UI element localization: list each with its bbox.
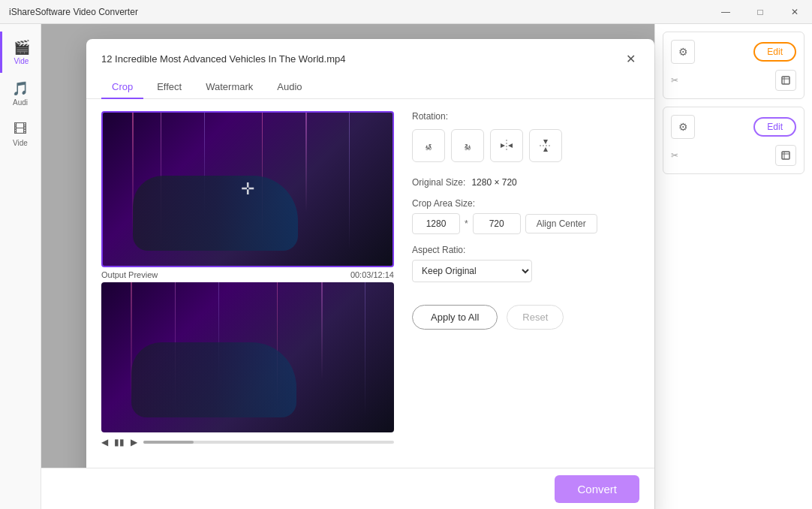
align-center-button[interactable]: Align Center — [525, 214, 597, 233]
maximize-button[interactable]: □ — [743, 0, 777, 24]
action-row: Apply to All Reset — [412, 305, 639, 330]
svg-text:90: 90 — [426, 146, 432, 151]
tab-watermark[interactable]: Watermark — [195, 75, 263, 98]
sidebar: 🎬 Vide 🎵 Audi 🎞 Vide — [0, 24, 41, 509]
bottom-bar: Convert — [41, 468, 654, 509]
aspect-ratio-row: Aspect Ratio: Keep Original 16:9 4:3 1:1… — [412, 245, 639, 282]
video2-icon: 🎞 — [14, 122, 27, 137]
sidebar-item-video-label: Vide — [14, 57, 29, 65]
crop-width-input[interactable] — [412, 213, 460, 234]
right-card-2: ⚙ Edit ✂ — [663, 107, 804, 174]
preview-label-row: Output Preview 00:03/12:14 — [101, 267, 394, 282]
right-card-2-row: ⚙ Edit — [671, 115, 796, 139]
audio-icon: 🎵 — [12, 80, 29, 97]
app-body: 🎬 Vide 🎵 Audi 🎞 Vide 12 Incredible Most … — [0, 24, 812, 509]
main-content: 12 Incredible Most Advanced Vehicles In … — [41, 24, 654, 509]
crosshair-overlay: ✛ — [103, 113, 392, 266]
flip-horizontal-button[interactable] — [490, 129, 523, 162]
crop-area-label: Crop Area Size: — [412, 198, 475, 209]
aspect-ratio-label: Aspect Ratio: — [412, 245, 639, 255]
original-size-label: Original Size: — [412, 177, 465, 188]
tab-bar: Crop Effect Watermark Audio — [86, 75, 654, 99]
settings-button-2[interactable]: ⚙ — [671, 115, 695, 139]
reset-button[interactable]: Reset — [507, 305, 564, 330]
step-forward-button[interactable]: ▶ — [131, 437, 137, 447]
right-card-1-icons: ✂ — [671, 70, 796, 91]
crop-area-row: * Align Center — [412, 213, 639, 234]
titlebar: iShareSoftware Video Converter — □ ✕ — [0, 0, 812, 24]
original-size-value: 1280 × 720 — [471, 177, 516, 188]
svg-rect-10 — [782, 77, 789, 84]
tab-audio[interactable]: Audio — [266, 75, 312, 98]
right-card-2-icons: ✂ — [671, 145, 796, 166]
sidebar-item-audio[interactable]: 🎵 Audi — [0, 73, 41, 114]
edit-button-2[interactable]: Edit — [753, 117, 796, 137]
modal-overlay: 12 Incredible Most Advanced Vehicles In … — [41, 24, 654, 509]
output-video-decoration — [101, 282, 394, 432]
modal-dialog: 12 Incredible Most Advanced Vehicles In … — [86, 39, 654, 509]
step-back-button[interactable]: ◀ — [101, 437, 108, 447]
svg-text:90: 90 — [465, 146, 471, 151]
rotation-row: ↺ 90 ↻ 90 — [412, 129, 639, 162]
rotate-left-button[interactable]: ↺ 90 — [412, 129, 445, 162]
crop-height-input[interactable] — [473, 213, 521, 234]
svg-rect-13 — [782, 152, 789, 159]
progress-track[interactable] — [143, 441, 394, 444]
original-preview: ✛ — [101, 111, 394, 267]
minimize-button[interactable]: — — [708, 0, 743, 24]
right-card-1: ⚙ Edit ✂ — [663, 32, 804, 99]
original-size-row: Original Size: 1280 × 720 — [412, 177, 639, 188]
controls-panel: Rotation: ↺ 90 ↻ 90 — [412, 111, 639, 452]
modal-title: 12 Incredible Most Advanced Vehicles In … — [101, 53, 345, 65]
right-panel: ⚙ Edit ✂ ⚙ Edi — [654, 24, 812, 509]
tab-effect[interactable]: Effect — [146, 75, 192, 98]
crop-icon-btn-2[interactable] — [775, 145, 796, 166]
sidebar-item-video2[interactable]: 🎞 Vide — [0, 114, 41, 155]
app-title: iShareSoftware Video Converter — [9, 7, 138, 17]
progress-fill — [143, 441, 194, 444]
svg-marker-5 — [501, 143, 505, 148]
crop-separator: * — [465, 218, 468, 229]
svg-marker-8 — [543, 140, 548, 144]
edit-button-1[interactable]: Edit — [753, 42, 796, 62]
svg-marker-9 — [543, 147, 548, 152]
modal-titlebar: 12 Incredible Most Advanced Vehicles In … — [86, 39, 654, 75]
settings-button-1[interactable]: ⚙ — [671, 40, 695, 64]
tab-crop[interactable]: Crop — [101, 75, 143, 98]
window-controls: — □ ✕ — [708, 0, 812, 24]
preview-time: 00:03/12:14 — [350, 270, 394, 279]
output-preview — [101, 282, 394, 432]
playback-bar: ◀ ▮▮ ▶ — [101, 432, 394, 452]
rotation-label: Rotation: — [412, 111, 639, 122]
video-icon: 🎬 — [14, 39, 30, 56]
modal-close-button[interactable]: ✕ — [621, 50, 639, 68]
modal-body: ✛ Output Preview 00:03/12:14 — [86, 99, 654, 464]
sidebar-item-video2-label: Vide — [13, 139, 28, 147]
apply-to-all-button[interactable]: Apply to All — [412, 305, 498, 330]
preview-area: ✛ Output Preview 00:03/12:14 — [101, 111, 394, 452]
crop-icon-btn-1[interactable] — [775, 70, 796, 91]
sidebar-item-video[interactable]: 🎬 Vide — [0, 32, 41, 73]
scissors-icon-2: ✂ — [671, 150, 678, 161]
aspect-ratio-select[interactable]: Keep Original 16:9 4:3 1:1 9:16 — [412, 260, 532, 282]
rotate-right-button[interactable]: ↻ 90 — [451, 129, 484, 162]
scissors-icon-1: ✂ — [671, 75, 678, 86]
car-decoration-output — [131, 342, 296, 417]
output-preview-label: Output Preview — [101, 270, 158, 279]
crosshair-icon: ✛ — [241, 179, 254, 199]
convert-button[interactable]: Convert — [555, 475, 639, 503]
crop-area-label-row: Crop Area Size: — [412, 198, 639, 209]
pause-button[interactable]: ▮▮ — [114, 437, 125, 447]
flip-vertical-button[interactable] — [529, 129, 562, 162]
sidebar-item-audio-label: Audi — [13, 98, 28, 107]
close-button[interactable]: ✕ — [777, 0, 812, 24]
svg-marker-6 — [508, 143, 513, 148]
right-card-1-row: ⚙ Edit — [671, 40, 796, 64]
